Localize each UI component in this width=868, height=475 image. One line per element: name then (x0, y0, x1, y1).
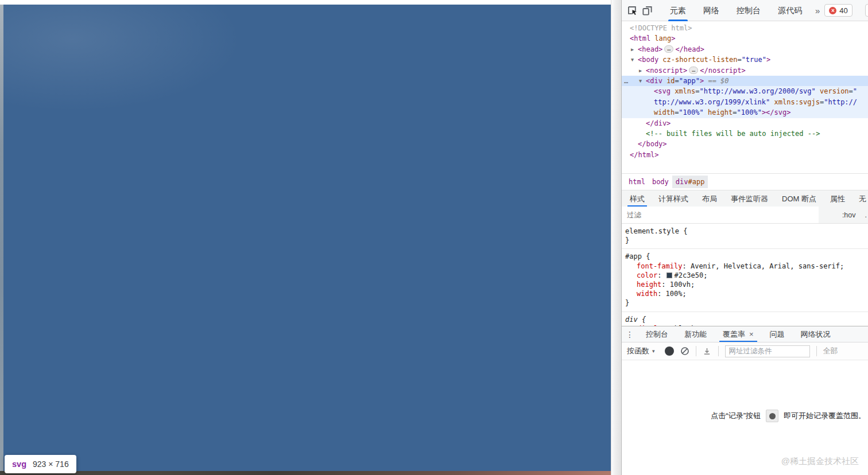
devtools-main-toolbar: 元素网络控制台源代码» × 40 (622, 0, 868, 21)
panel-tab[interactable]: 网络 (695, 0, 728, 21)
device-toolbar-icon[interactable] (642, 4, 653, 17)
panel-tab[interactable]: 元素 (661, 0, 695, 21)
drawer-tab[interactable]: 新功能 (676, 326, 715, 342)
pseudo-state-toggles[interactable]: :hov . (842, 211, 868, 219)
expand-arrow-icon[interactable]: ▼ (631, 54, 638, 65)
sidebar-tab[interactable]: 布局 (695, 190, 724, 207)
sidebar-tab[interactable]: DOM 断点 (775, 190, 823, 207)
dom-tree-node[interactable]: <!DOCTYPE html> (622, 23, 868, 33)
dom-tree-node[interactable]: </html> (622, 150, 868, 160)
coverage-scope-dropdown[interactable]: 按函数 ▾ (627, 346, 655, 356)
css-rule[interactable]: element.style {} (622, 224, 868, 249)
coverage-toolbar: 按函数 ▾ 全部 (622, 342, 868, 360)
dom-tree-node[interactable]: ▼<body cz-shortcut-listen="true"> (622, 54, 868, 65)
breadcrumb-item[interactable]: html (625, 176, 649, 188)
error-badge[interactable]: × 40 (824, 4, 852, 17)
css-token-plain: : (682, 262, 690, 270)
dom-tree-node[interactable]: …▼<div id="app"> == $0 (622, 76, 868, 86)
message-suffix: 即可开始记录覆盖范围。 (784, 411, 866, 421)
css-rule[interactable]: div {display: block; (622, 312, 868, 326)
css-declaration: } (625, 298, 867, 307)
code-token-tag: <html (630, 34, 650, 42)
export-icon[interactable] (703, 346, 712, 356)
code-token-tag: </body> (638, 140, 667, 148)
more-tabs-icon[interactable]: » (811, 0, 824, 21)
sidebar-tabs: 样式计算样式布局事件监听器DOM 断点属性无 (622, 190, 868, 207)
secondary-badge-clipped[interactable] (865, 4, 868, 17)
breadcrumb-item[interactable]: div#app (672, 176, 708, 188)
dom-tree-node[interactable]: <html lang> (622, 33, 868, 44)
styles-filter-input[interactable] (622, 207, 819, 223)
sidebar-tab[interactable]: 样式 (623, 190, 652, 207)
css-declaration: height: 100vh; (625, 280, 867, 289)
code-token-val: ttp://www.w3.org/1999/xlink" (654, 98, 770, 106)
code-token-comment: <!-- built files will be auto injected -… (646, 130, 820, 138)
css-declaration: color: #2c3e50; (625, 271, 867, 280)
expand-arrow-icon[interactable]: ▼ (639, 76, 646, 86)
dom-tree-node[interactable]: ▶<noscript>…</noscript> (622, 65, 868, 76)
drawer-tab[interactable]: 控制台 (638, 326, 676, 342)
watermark: @稀土掘金技术社区 (781, 456, 859, 467)
clear-icon[interactable] (680, 346, 689, 356)
dom-tree-node[interactable]: </body> (622, 139, 868, 149)
sidebar-tab[interactable]: 无 (852, 190, 868, 207)
toolbar-divider (816, 346, 817, 356)
css-declaration: element.style { (625, 227, 867, 236)
devtools-drawer: ⋮ 控制台新功能覆盖率×问题网络状况 按函数 ▾ 全部 点击“记录”按钮 (622, 326, 868, 475)
hov-toggle[interactable]: :hov (842, 211, 856, 219)
record-button[interactable] (665, 346, 674, 356)
css-token-sel: element.style (625, 227, 679, 235)
drawer-menu-icon[interactable]: ⋮ (622, 326, 638, 342)
css-token-val: 100vh (670, 281, 691, 289)
dom-tree-node[interactable]: <!-- built files will be auto injected -… (622, 129, 868, 139)
sidebar-tab[interactable]: 计算样式 (652, 190, 695, 207)
css-token-plain: ; (703, 271, 707, 279)
dom-tree-node[interactable]: </div> (622, 118, 868, 129)
drawer-tab[interactable]: 网络状况 (793, 326, 839, 342)
toolbar-divider (718, 346, 719, 356)
css-token-sel: #app (625, 252, 642, 260)
node-gutter-menu[interactable]: … (624, 76, 629, 86)
breadcrumb-item[interactable]: body (649, 176, 672, 188)
inspect-tooltip-tag: svg (12, 460, 26, 469)
color-swatch[interactable] (666, 272, 672, 278)
css-token-prop: color (637, 271, 657, 279)
coverage-empty-message: 点击“记录”按钮 即可开始记录覆盖范围。 (711, 410, 866, 422)
url-filter-input[interactable] (725, 345, 810, 357)
inspect-element-icon[interactable] (627, 4, 638, 17)
record-dot-icon (769, 413, 776, 419)
inspect-tooltip-dimensions: 923 × 716 (33, 460, 69, 469)
sidebar-tab[interactable]: 属性 (823, 190, 852, 207)
code-token-plain: = (733, 108, 737, 116)
styles-pane: element.style {}#app {font-family: Aveni… (622, 224, 868, 326)
coverage-content: 点击“记录”按钮 即可开始记录覆盖范围。 @稀土掘金技术社区 (622, 360, 868, 475)
dom-tree-node[interactable]: width="100%" height="100%"></svg> (622, 107, 868, 118)
code-token-tag: </div> (646, 119, 671, 127)
drawer-tab[interactable]: 问题 (762, 326, 793, 342)
css-token-brace: } (625, 299, 629, 307)
drawer-tab[interactable]: 覆盖率× (715, 326, 762, 342)
code-token-val: "true" (742, 56, 766, 64)
panel-tab[interactable]: 控制台 (728, 0, 769, 21)
page-scrollbar[interactable] (611, 0, 621, 475)
dom-tree-node[interactable]: ttp://www.w3.org/1999/xlink" xmlns:svgjs… (622, 97, 868, 107)
close-icon[interactable]: × (749, 326, 754, 342)
code-token-val: "http://www.w3.org/2000/svg" (700, 87, 816, 95)
dom-tree-node[interactable]: ▶<head>…</head> (622, 44, 868, 54)
panel-tab[interactable]: 源代码 (769, 0, 811, 21)
code-token-attr: version (816, 87, 849, 95)
expand-arrow-icon[interactable]: ▶ (639, 65, 646, 76)
code-token-attr: cz-shortcut-listen (658, 56, 737, 64)
css-token-plain: ; (682, 290, 686, 298)
css-rule[interactable]: #app {font-family: Avenir, Helvetica, Ar… (622, 249, 868, 312)
drawer-tab-label: 网络状况 (801, 326, 831, 342)
element-highlight-overlay (3, 5, 611, 471)
sidebar-tab[interactable]: 事件监听器 (724, 190, 775, 207)
cls-toggle[interactable]: . (865, 211, 867, 219)
code-token-plain: = (675, 77, 679, 85)
dom-tree-node[interactable]: <svg xmlns="http://www.w3.org/2000/svg" … (622, 86, 868, 96)
content-type-filter[interactable]: 全部 (823, 346, 838, 356)
expand-arrow-icon[interactable]: ▶ (631, 44, 638, 54)
code-token-tag: > (671, 34, 675, 42)
crumb-token-tag: body (652, 178, 669, 186)
